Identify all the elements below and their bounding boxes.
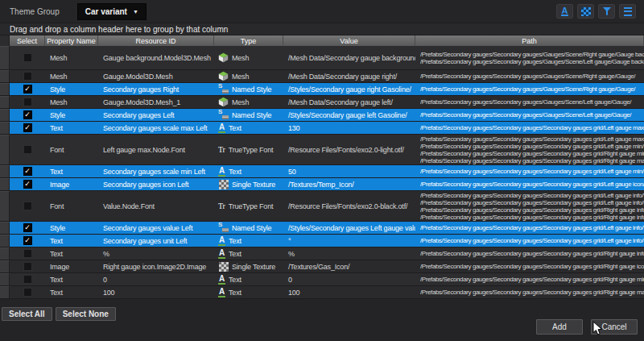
- row-handle[interactable]: [0, 222, 10, 234]
- type-label: Text: [229, 168, 242, 176]
- property-name-cell: Style: [45, 85, 98, 94]
- row-checkbox[interactable]: ✓: [23, 180, 32, 189]
- property-name-cell: Style: [45, 111, 98, 119]
- row-checkbox[interactable]: ✓: [23, 85, 32, 94]
- resource-id-cell: Value.Node.Font: [98, 202, 214, 210]
- row-checkbox[interactable]: ✓: [23, 110, 32, 119]
- row-handle[interactable]: [0, 178, 10, 190]
- type-cell: AText: [214, 235, 283, 246]
- row-handle[interactable]: [0, 235, 10, 247]
- table-row[interactable]: ✓StyleSecondary gauges value LeftSNamed …: [0, 222, 644, 235]
- add-button[interactable]: Add: [536, 319, 583, 335]
- group-by-drop-zone[interactable]: Drag and drop a column header here to gr…: [0, 23, 644, 35]
- row-checkbox[interactable]: ✓: [23, 167, 32, 176]
- table-row[interactable]: ✓StyleSecondary gauges LeftSNamed Style/…: [0, 109, 644, 122]
- texture-icon-button[interactable]: [577, 4, 594, 19]
- path-cell: /Prefabs/Secondary gauges/Secondary gaug…: [415, 237, 644, 244]
- table-row[interactable]: MeshGauge.Model3D.MeshMesh/Mesh Data/Sec…: [0, 70, 644, 83]
- row-handle[interactable]: [0, 191, 10, 221]
- row-checkbox[interactable]: ✓: [23, 236, 32, 245]
- column-header-select[interactable]: Select: [10, 35, 45, 46]
- table-row[interactable]: Text0AText0/Prefabs/Secondary gauges/Sec…: [0, 273, 644, 286]
- value-cell: /Styles/Secondary gauge right Gasoline/: [283, 85, 415, 94]
- select-cell: ✓: [10, 180, 45, 189]
- row-checkbox[interactable]: [23, 275, 32, 284]
- property-name-cell: Mesh: [45, 98, 98, 106]
- row-handle[interactable]: [0, 247, 10, 260]
- select-cell: [10, 275, 45, 284]
- font-icon: A: [561, 6, 569, 16]
- path-cell: /Prefabs/Secondary gauges/Secondary gaug…: [415, 289, 644, 296]
- row-checkbox[interactable]: [23, 262, 32, 271]
- table-row[interactable]: MeshGauge.Model3D.Mesh_1Mesh/Mesh Data/S…: [0, 96, 644, 109]
- value-cell: /Resource Files/Fonts/exo2.0-black.otf/: [283, 202, 415, 210]
- table-header-gutter: [0, 35, 10, 46]
- table-row[interactable]: ✓TextSecondary gauges scale min LeftATex…: [0, 165, 644, 178]
- list-icon-button[interactable]: [619, 4, 636, 19]
- select-cell: [10, 53, 45, 62]
- row-checkbox[interactable]: [23, 288, 32, 297]
- path-cell: /Prefabs/Secondary gauges/Secondary gaug…: [415, 192, 644, 221]
- path-cell: /Prefabs/Secondary gauges/Secondary gaug…: [415, 181, 644, 188]
- property-name-cell: Font: [45, 146, 98, 154]
- column-header-property-name[interactable]: Property Name: [45, 35, 98, 46]
- table-row[interactable]: ✓TextSecondary gauges scale max LeftATex…: [0, 122, 644, 135]
- column-header-path[interactable]: Path: [415, 35, 644, 46]
- table-row[interactable]: ✓StyleSecondary gauges RightSNamed Style…: [0, 83, 644, 96]
- filter-icon-button[interactable]: [598, 4, 615, 19]
- row-checkbox[interactable]: ✓: [23, 223, 32, 232]
- row-checkbox[interactable]: ✓: [23, 123, 32, 132]
- row-handle[interactable]: [0, 122, 10, 134]
- group-by-hint-text: Drag and drop a column header here to gr…: [10, 25, 228, 34]
- row-checkbox[interactable]: [23, 145, 32, 154]
- column-header-resource-id[interactable]: Resource ID: [98, 35, 214, 46]
- type-cell: Mesh: [214, 97, 283, 107]
- table-row[interactable]: FontLeft gauge max.Node.FontTrTrueType F…: [0, 135, 644, 165]
- column-header-type[interactable]: Type: [214, 35, 283, 46]
- table-row[interactable]: MeshGauge background.Model3D.MeshMesh/Me…: [0, 46, 644, 70]
- select-cell: ✓: [10, 123, 45, 132]
- theme-group-dropdown[interactable]: Car variant ▼: [77, 3, 147, 20]
- mesh-icon: [218, 71, 229, 81]
- type-label: Text: [229, 237, 242, 245]
- row-handle[interactable]: [0, 260, 10, 272]
- row-handle[interactable]: [0, 165, 10, 177]
- type-cell: TrTrueType Font: [214, 201, 283, 211]
- table-row[interactable]: ✓ImageSecondary gauges icon LeftSingle T…: [0, 178, 644, 191]
- select-cell: [10, 98, 45, 106]
- row-handle[interactable]: [0, 96, 10, 108]
- table-row[interactable]: ✓TextSecondary gauges unit LeftAText°/Pr…: [0, 235, 644, 247]
- row-checkbox[interactable]: [23, 249, 32, 258]
- select-all-button[interactable]: Select All: [2, 307, 52, 321]
- table-row[interactable]: Text100AText100/Prefabs/Secondary gauges…: [0, 286, 644, 299]
- font-icon-button[interactable]: A: [556, 4, 573, 19]
- value-cell: /Mesh Data/Secondary gauge background/: [283, 54, 415, 62]
- value-cell: 0: [283, 276, 415, 284]
- column-header-value[interactable]: Value: [283, 35, 415, 46]
- type-cell: TrTrueType Font: [214, 144, 283, 155]
- table-row[interactable]: Text%AText%/Prefabs/Secondary gauges/Sec…: [0, 247, 644, 260]
- theming-dialog: Theme Group Car variant ▼ A Drag and dro…: [0, 0, 644, 341]
- row-handle[interactable]: [0, 135, 10, 164]
- table-row[interactable]: ImageRight gauge icon.Image2D.ImageSingl…: [0, 260, 644, 273]
- row-checkbox[interactable]: [23, 53, 32, 62]
- value-cell: /Mesh Data/Secondary gauge right/: [283, 73, 415, 81]
- row-handle[interactable]: [0, 83, 10, 95]
- row-handle[interactable]: [0, 273, 10, 285]
- resource-id-cell: Gauge background.Model3D.Mesh: [98, 54, 214, 62]
- value-cell: 100: [283, 289, 415, 297]
- type-cell: Single Texture: [214, 261, 283, 272]
- table-row[interactable]: FontValue.Node.FontTrTrueType Font/Resou…: [0, 191, 644, 222]
- type-cell: Mesh: [214, 52, 283, 63]
- select-none-button[interactable]: Select None: [56, 307, 116, 321]
- row-handle[interactable]: [0, 46, 10, 69]
- row-handle[interactable]: [0, 109, 10, 121]
- type-label: Named Style: [232, 111, 271, 119]
- row-checkbox[interactable]: [23, 72, 32, 81]
- path-line: /Prefabs/Secondary gauges/Secondary gaug…: [420, 168, 644, 175]
- cancel-button[interactable]: Cancel: [591, 319, 638, 335]
- row-handle[interactable]: [0, 70, 10, 82]
- row-handle[interactable]: [0, 286, 10, 298]
- row-checkbox[interactable]: [23, 202, 32, 210]
- row-checkbox[interactable]: [23, 98, 32, 106]
